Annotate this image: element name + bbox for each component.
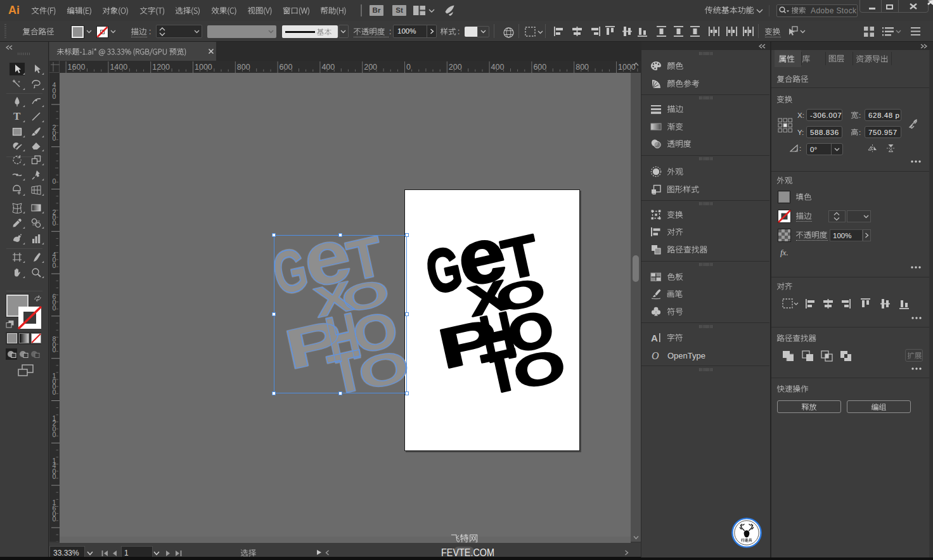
svg-text:0: 0: [53, 134, 56, 142]
svg-text:0: 0: [53, 92, 56, 100]
svg-text:0: 0: [53, 388, 56, 396]
svg-text:0: 0: [53, 262, 56, 269]
svg-text:600: 600: [533, 63, 546, 72]
svg-text:0: 0: [53, 304, 56, 312]
svg-text:600: 600: [280, 63, 293, 72]
svg-text:0: 0: [53, 177, 56, 185]
svg-text:O: O: [652, 350, 659, 361]
svg-text:800: 800: [576, 63, 589, 72]
svg-text:400: 400: [321, 63, 335, 72]
svg-text:1200: 1200: [152, 63, 170, 72]
svg-text:1400: 1400: [110, 63, 127, 72]
svg-text:800: 800: [237, 63, 250, 72]
svg-text:A: A: [651, 333, 658, 343]
svg-text:0: 0: [53, 431, 56, 438]
svg-text:0: 0: [53, 473, 56, 480]
svg-text:FEVTE.COM: FEVTE.COM: [441, 547, 494, 557]
svg-text:400: 400: [491, 63, 505, 72]
svg-text:200: 200: [364, 63, 377, 72]
svg-text:0: 0: [406, 63, 411, 72]
svg-text:0: 0: [53, 515, 56, 523]
svg-text:0: 0: [53, 219, 56, 227]
svg-text:1000: 1000: [195, 63, 212, 72]
svg-text:0: 0: [53, 346, 56, 353]
svg-text:200: 200: [449, 63, 462, 72]
svg-text:1600: 1600: [68, 63, 86, 72]
